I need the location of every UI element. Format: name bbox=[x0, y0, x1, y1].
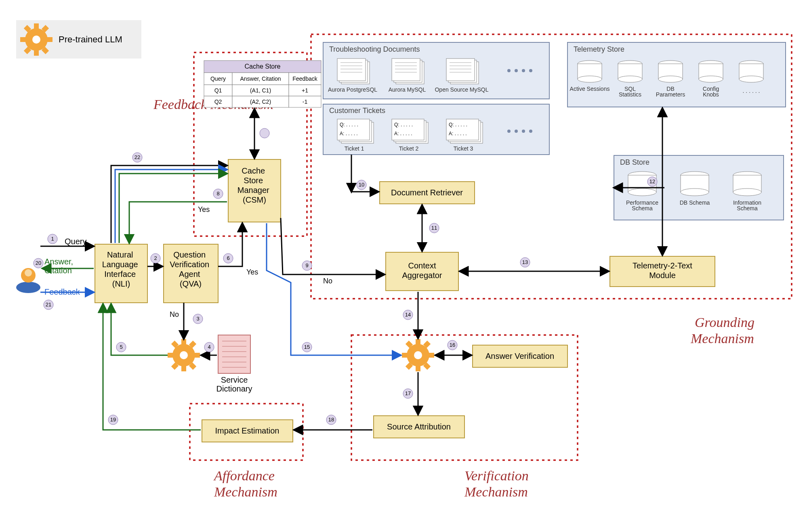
svg-point-69 bbox=[529, 69, 532, 72]
svg-point-169 bbox=[414, 351, 422, 359]
svg-point-187 bbox=[260, 128, 269, 138]
svg-rect-153 bbox=[168, 353, 173, 358]
svg-point-102 bbox=[618, 76, 642, 82]
csm-box: Cache Store Manager (CSM) bbox=[228, 159, 281, 222]
svg-text:2: 2 bbox=[154, 255, 157, 261]
svg-text:A: . . . . .: A: . . . . . bbox=[449, 131, 467, 136]
flow-answer-label: Answer,Citation bbox=[44, 257, 73, 275]
svg-text:8: 8 bbox=[216, 191, 219, 197]
svg-text:Q: . . . . .: Q: . . . . . bbox=[340, 122, 358, 128]
svg-text:5: 5 bbox=[120, 344, 122, 350]
doc-retriever-box: Document Retriever bbox=[380, 182, 475, 204]
svg-text:Feedback: Feedback bbox=[292, 75, 317, 82]
svg-point-110 bbox=[699, 76, 723, 82]
svg-point-128 bbox=[733, 189, 761, 196]
svg-text:Q: . . . . .: Q: . . . . . bbox=[449, 122, 467, 128]
grounding-mech-label: GroundingMechanism bbox=[690, 315, 754, 346]
cache-store-table: Cache Store Query Answer, Citation Feedb… bbox=[204, 61, 321, 107]
svg-point-120 bbox=[628, 189, 656, 196]
svg-text:+1: +1 bbox=[302, 87, 308, 94]
svg-rect-164 bbox=[429, 353, 434, 358]
svg-text:Answer, Citation: Answer, Citation bbox=[240, 75, 281, 82]
svg-point-106 bbox=[658, 76, 683, 82]
svg-text:1: 1 bbox=[51, 236, 54, 242]
context-agg-box: ContextAggregator bbox=[386, 252, 458, 291]
svg-text:Q1: Q1 bbox=[214, 87, 222, 94]
verification-mech-label: VerificationMechanism bbox=[464, 468, 529, 499]
svg-text:No: No bbox=[323, 277, 332, 285]
svg-text:Telemetry Store: Telemetry Store bbox=[574, 45, 624, 53]
diagram-canvas: Pre-trained LLM Feedback Mechanism Groun… bbox=[0, 0, 807, 532]
legend-label: Pre-trained LLM bbox=[59, 34, 122, 44]
svg-text:22: 22 bbox=[134, 154, 140, 160]
svg-rect-5 bbox=[47, 37, 53, 42]
svg-rect-163 bbox=[402, 353, 408, 358]
svg-text:DB Store: DB Store bbox=[620, 158, 649, 166]
svg-text:20: 20 bbox=[36, 260, 41, 266]
svg-rect-44 bbox=[337, 59, 366, 81]
qva-box: Question Verification Agent (QVA) bbox=[164, 244, 218, 303]
svg-text:11: 11 bbox=[431, 225, 437, 231]
svg-text:A: . . . . .: A: . . . . . bbox=[340, 131, 358, 136]
svg-text:Aurora PostgreSQL: Aurora PostgreSQL bbox=[328, 86, 377, 93]
arrow-9 bbox=[281, 218, 385, 274]
svg-text:Answer Verification: Answer Verification bbox=[485, 352, 554, 360]
svg-text:19: 19 bbox=[110, 417, 116, 423]
svg-text:InformationSchema: InformationSchema bbox=[733, 199, 761, 212]
svg-rect-60 bbox=[446, 59, 475, 81]
svg-text:A: . . . . .: A: . . . . . bbox=[394, 131, 412, 136]
svg-text:DB Schema: DB Schema bbox=[680, 199, 710, 206]
svg-text:Yes: Yes bbox=[198, 205, 210, 214]
svg-rect-2 bbox=[34, 23, 39, 29]
svg-text:ServiceDictionary: ServiceDictionary bbox=[216, 375, 252, 393]
svg-text:Impact Estimation: Impact Estimation bbox=[215, 426, 280, 435]
svg-text:4: 4 bbox=[208, 344, 210, 350]
svg-text:Document Retriever: Document Retriever bbox=[391, 188, 463, 197]
svg-text:Active Sessions: Active Sessions bbox=[570, 86, 610, 92]
svg-text:10: 10 bbox=[359, 182, 364, 188]
arrow-22-black bbox=[111, 165, 227, 243]
svg-rect-52 bbox=[392, 59, 420, 81]
user-icon bbox=[16, 268, 40, 293]
svg-text:No: No bbox=[170, 310, 179, 318]
svg-text:Yes: Yes bbox=[246, 268, 258, 276]
svg-text:Customer Tickets: Customer Tickets bbox=[329, 107, 385, 115]
svg-text:17: 17 bbox=[405, 390, 411, 396]
arrow-22-green bbox=[119, 174, 227, 243]
svg-text:-1: -1 bbox=[303, 98, 308, 105]
svg-rect-161 bbox=[416, 339, 420, 345]
tickets-panel: Customer Tickets Q: . . . . . A: . . . .… bbox=[323, 104, 549, 155]
svg-rect-154 bbox=[194, 353, 200, 358]
src-attr-box: Source Attribution bbox=[374, 416, 464, 438]
svg-point-11 bbox=[16, 282, 40, 293]
svg-text:Cache Store: Cache Store bbox=[245, 63, 281, 70]
svg-point-67 bbox=[515, 69, 518, 72]
svg-text:13: 13 bbox=[522, 259, 528, 265]
svg-point-90 bbox=[507, 130, 511, 133]
svg-text:18: 18 bbox=[328, 417, 334, 423]
svg-text:Query: Query bbox=[210, 75, 226, 82]
t2t-box: Telemetry-2-TextModule bbox=[610, 256, 715, 287]
svg-text:15: 15 bbox=[304, 344, 310, 350]
cylinder-icon bbox=[578, 61, 602, 82]
ans-ver-box: Answer Verification bbox=[473, 345, 567, 367]
svg-point-124 bbox=[681, 189, 709, 196]
legend: Pre-trained LLM bbox=[16, 20, 141, 59]
svg-rect-162 bbox=[416, 366, 420, 371]
svg-point-13 bbox=[25, 269, 32, 276]
svg-text:ConfigKnobs: ConfigKnobs bbox=[703, 86, 719, 98]
svg-text:(A1, C1): (A1, C1) bbox=[250, 87, 271, 94]
svg-text:Open Source MySQL: Open Source MySQL bbox=[435, 86, 488, 93]
svg-point-68 bbox=[522, 69, 525, 72]
svg-text:(A2, C2): (A2, C2) bbox=[250, 98, 271, 105]
svg-text:Ticket 2: Ticket 2 bbox=[399, 145, 419, 152]
troubleshoot-panel: Troubleshooting Documents Aurora Postgre… bbox=[323, 42, 549, 99]
arrow-22-blue bbox=[115, 170, 227, 243]
svg-text:12: 12 bbox=[649, 178, 655, 184]
svg-text:Q2: Q2 bbox=[214, 98, 222, 105]
gear-icon bbox=[402, 339, 434, 371]
telemetry-panel: Telemetry Store Active Sessions SQLStati… bbox=[567, 42, 786, 107]
flow-query-label: Query bbox=[65, 237, 86, 246]
svg-point-92 bbox=[522, 130, 525, 133]
svg-rect-152 bbox=[181, 366, 186, 371]
